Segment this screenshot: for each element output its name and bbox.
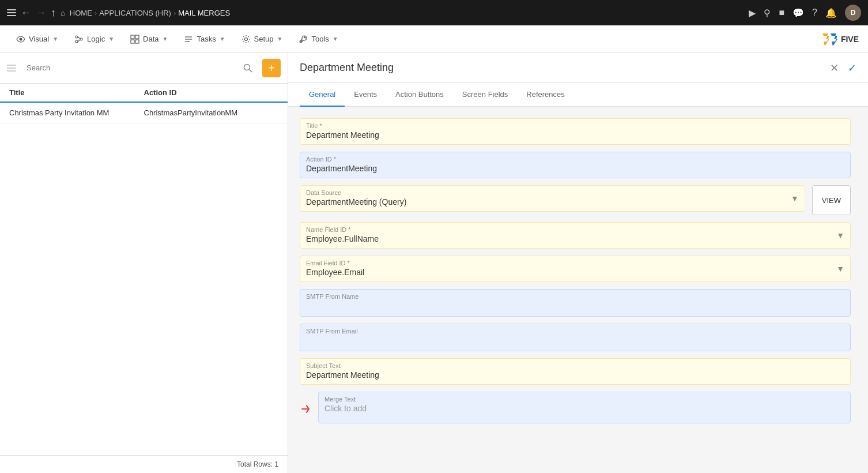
col-action-id: Action ID <box>144 88 279 97</box>
total-rows: Total Rows: 1 <box>237 460 278 468</box>
help-icon[interactable]: ? <box>812 7 817 18</box>
svg-line-4 <box>78 37 80 39</box>
smtp-from-email-label: SMTP From Email <box>306 328 844 335</box>
smtp-from-name-value <box>306 301 844 311</box>
title-value: Department Meeting <box>306 130 844 140</box>
chat-icon[interactable]: 💬 <box>792 7 804 18</box>
subject-text-wrap[interactable]: Subject Text Department Meeting <box>300 358 851 385</box>
stop-icon[interactable]: ■ <box>779 7 784 18</box>
tab-screen-fields[interactable]: Screen Fields <box>453 83 517 107</box>
sidebar-menu-icon[interactable] <box>7 65 16 72</box>
svg-rect-8 <box>131 40 134 43</box>
data-source-input-wrap[interactable]: Data Source DepartmentMeeting (Query) ▼ <box>300 185 805 212</box>
data-menu[interactable]: Data ▼ <box>123 31 175 47</box>
data-source-row: Data Source DepartmentMeeting (Query) ▼ … <box>300 185 851 215</box>
sidebar-header: + <box>0 53 288 84</box>
merge-text-label: Merge Text <box>324 396 844 403</box>
email-field-id-field: Email Field ID * Employee.Email ▼ <box>300 256 851 282</box>
merge-text-field: Merge Text Click to add <box>300 392 851 423</box>
row-title: Christmas Party Invitation MM <box>9 108 144 117</box>
visual-chevron: ▼ <box>52 36 58 42</box>
view-button[interactable]: VIEW <box>812 185 851 215</box>
breadcrumb: ⌂ HOME › APPLICATIONS (HR) › MAIL MERGES <box>61 9 230 17</box>
top-bar-right: ▶ ⚲ ■ 💬 ? 🔔 D <box>749 5 861 21</box>
close-icon[interactable]: ✕ <box>830 62 839 74</box>
svg-point-2 <box>76 40 78 43</box>
action-id-input-wrap[interactable]: Action ID * DepartmentMeeting <box>300 152 851 178</box>
visual-label: Visual <box>29 35 49 43</box>
table-row[interactable]: Christmas Party Invitation MM ChristmasP… <box>0 103 288 123</box>
name-field-id-value: Employee.FullName <box>306 234 844 243</box>
search-circle-icon[interactable]: ⚲ <box>764 7 771 18</box>
breadcrumb-home[interactable]: HOME <box>70 9 92 17</box>
form-area: Title * Department Meeting Action ID * D… <box>288 107 868 473</box>
page-title: Department Meeting <box>300 62 394 74</box>
top-bar-left: ← → ↑ ⌂ HOME › APPLICATIONS (HR) › MAIL … <box>7 7 744 19</box>
tasks-menu[interactable]: Tasks ▼ <box>177 31 232 47</box>
add-button[interactable]: + <box>262 59 281 77</box>
tasks-icon <box>184 35 193 44</box>
visual-menu[interactable]: Visual ▼ <box>9 31 65 47</box>
tools-chevron: ▼ <box>333 36 338 42</box>
hamburger-menu[interactable] <box>7 9 16 16</box>
smtp-from-name-wrap[interactable]: SMTP From Name <box>300 289 851 317</box>
svg-line-5 <box>78 40 80 42</box>
sidebar-table-body: Christmas Party Invitation MM ChristmasP… <box>0 103 288 455</box>
action-id-label: Action ID * <box>306 156 844 163</box>
logic-label: Logic <box>87 35 105 43</box>
data-source-value: DepartmentMeeting (Query) <box>306 197 799 207</box>
logic-menu[interactable]: Logic ▼ <box>67 31 121 47</box>
tools-menu[interactable]: Tools ▼ <box>292 31 345 47</box>
logic-chevron: ▼ <box>108 36 114 42</box>
five-text: FIVE <box>841 35 859 44</box>
action-id-field: Action ID * DepartmentMeeting <box>300 152 851 178</box>
tab-action-buttons[interactable]: Action Buttons <box>386 83 453 107</box>
back-button[interactable]: ← <box>21 7 31 19</box>
breadcrumb-mail-merges[interactable]: MAIL MERGES <box>178 9 230 17</box>
action-id-value: DepartmentMeeting <box>306 164 844 173</box>
merge-text-wrap[interactable]: Merge Text Click to add <box>318 392 851 423</box>
email-field-id-label: Email Field ID * <box>306 260 844 266</box>
play-icon[interactable]: ▶ <box>749 7 756 18</box>
data-label: Data <box>143 35 158 43</box>
svg-point-13 <box>244 37 247 40</box>
svg-rect-6 <box>131 35 134 39</box>
forward-button[interactable]: → <box>36 7 46 19</box>
title-label: Title * <box>306 122 844 129</box>
svg-line-17 <box>250 70 252 73</box>
tab-references[interactable]: References <box>517 83 573 107</box>
search-input[interactable] <box>21 60 238 77</box>
tab-events[interactable]: Events <box>345 83 386 107</box>
confirm-icon[interactable]: ✓ <box>848 62 856 74</box>
tabs-bar: General Events Action Buttons Screen Fie… <box>288 83 868 107</box>
svg-rect-9 <box>135 40 139 43</box>
content-area: Department Meeting ✕ ✓ General Events Ac… <box>288 53 868 473</box>
name-field-id-field: Name Field ID * Employee.FullName ▼ <box>300 222 851 249</box>
email-field-id-value: Employee.Email <box>306 268 844 277</box>
gear-icon <box>241 35 251 44</box>
col-title: Title <box>9 88 144 97</box>
name-field-id-wrap[interactable]: Name Field ID * Employee.FullName ▼ <box>300 222 851 249</box>
sidebar: + Title Action ID Christmas Party Invita… <box>0 53 288 473</box>
tab-general[interactable]: General <box>300 83 345 107</box>
row-action-id: ChristmasPartyInvitationMM <box>144 108 279 117</box>
smtp-from-name-label: SMTP From Name <box>306 293 844 300</box>
bell-icon[interactable]: 🔔 <box>825 7 837 18</box>
sidebar-footer: Total Rows: 1 <box>0 455 288 473</box>
subject-text-value: Department Meeting <box>306 370 844 380</box>
svg-marker-14 <box>822 33 829 46</box>
merge-text-value: Click to add <box>324 404 844 413</box>
tasks-chevron: ▼ <box>220 36 225 42</box>
breadcrumb-applications[interactable]: APPLICATIONS (HR) <box>99 9 171 17</box>
svg-point-1 <box>76 36 78 38</box>
title-input-wrap[interactable]: Title * Department Meeting <box>300 118 851 145</box>
five-logo: FIVE <box>820 31 859 47</box>
five-logo-icon <box>820 31 839 47</box>
up-button[interactable]: ↑ <box>51 7 56 19</box>
email-field-id-wrap[interactable]: Email Field ID * Employee.Email ▼ <box>300 256 851 282</box>
avatar[interactable]: D <box>845 5 861 21</box>
setup-menu[interactable]: Setup ▼ <box>235 31 290 47</box>
smtp-from-email-wrap[interactable]: SMTP From Email <box>300 324 851 351</box>
main-layout: + Title Action ID Christmas Party Invita… <box>0 53 868 473</box>
name-field-id-chevron: ▼ <box>836 231 844 240</box>
